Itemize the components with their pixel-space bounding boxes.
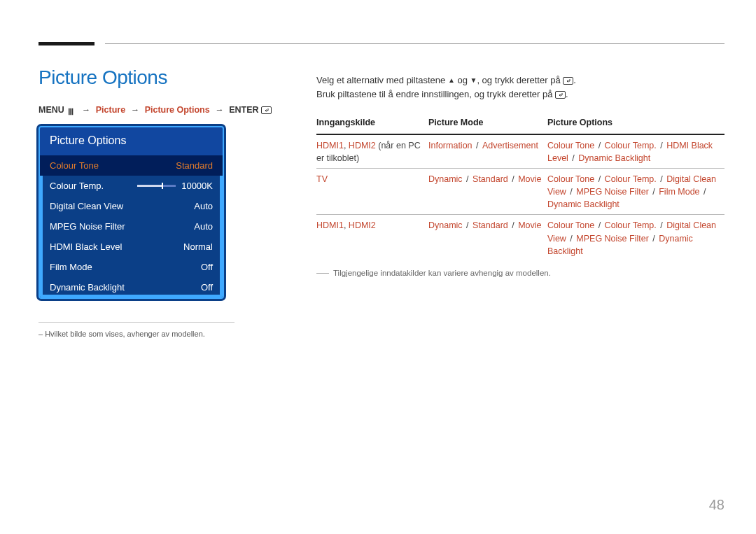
page-number: 48 xyxy=(709,497,724,513)
separator: / xyxy=(658,174,665,184)
instr-text: og xyxy=(455,75,470,85)
separator: / xyxy=(474,141,481,150)
table-rule xyxy=(316,134,724,135)
col-header-options: Picture Options xyxy=(547,116,724,129)
mode-name: Information xyxy=(428,141,472,150)
osd-row-label: Digital Clean View xyxy=(50,201,123,211)
separator: / xyxy=(596,220,603,230)
separator: / xyxy=(658,141,665,150)
option-name: Colour Temp. xyxy=(605,141,657,150)
table-rule xyxy=(316,168,724,169)
osd-row[interactable]: Digital Clean ViewAuto xyxy=(40,196,223,216)
osd-row[interactable]: HDMI Black LevelNormal xyxy=(40,237,223,257)
compat-table: Inngangskilde Picture Mode Picture Optio… xyxy=(316,116,724,279)
mode-name: Dynamic xyxy=(428,174,463,184)
cell-picture-options: Colour Tone / Colour Temp. / HDMI Black … xyxy=(547,139,724,164)
osd-row-value: Auto xyxy=(194,201,213,211)
breadcrumb-picture: Picture xyxy=(96,105,125,115)
mode-name: Movie xyxy=(518,174,541,184)
osd-row-value: Normal xyxy=(183,241,213,252)
footnote-dash-icon xyxy=(316,273,329,279)
table-row: HDMI1, HDMI2 (når en PC er tilkoblet)Inf… xyxy=(316,139,724,164)
osd-row[interactable]: MPEG Noise FilterAuto xyxy=(40,216,223,237)
osd-row[interactable]: Colour ToneStandard xyxy=(40,155,223,176)
instr-text: . xyxy=(573,75,576,85)
separator: / xyxy=(650,187,657,197)
osd-panel: Picture Options Colour ToneStandardColou… xyxy=(38,126,224,299)
osd-row-value: 10000K xyxy=(137,181,213,191)
option-name: MPEG Noise Filter xyxy=(576,187,649,197)
osd-row-label: Colour Temp. xyxy=(50,181,104,191)
table-row: TVDynamic / Standard / MovieColour Tone … xyxy=(316,173,724,211)
table-row: HDMI1, HDMI2Dynamic / Standard / MovieCo… xyxy=(316,219,724,257)
menu-grid-icon xyxy=(68,107,76,114)
separator: / xyxy=(650,234,657,244)
instr-text: , og trykk deretter på xyxy=(477,75,563,85)
separator: / xyxy=(568,187,575,197)
separator: / xyxy=(570,153,577,163)
table-header-row: Inngangskilde Picture Mode Picture Optio… xyxy=(316,116,724,134)
separator: / xyxy=(596,141,603,150)
option-name: MPEG Noise Filter xyxy=(576,234,649,244)
slider-track[interactable] xyxy=(137,185,176,187)
osd-row-value-text: 10000K xyxy=(181,181,213,191)
breadcrumb-picture-options: Picture Options xyxy=(145,105,210,115)
osd-row[interactable]: Film ModeOff xyxy=(40,257,223,277)
cell-input-source: TV xyxy=(316,173,428,211)
mode-name: Movie xyxy=(518,220,541,230)
source-name: HDMI2 xyxy=(349,141,376,150)
table-rule xyxy=(316,214,724,215)
separator: / xyxy=(510,220,517,230)
enter-icon xyxy=(563,75,573,85)
osd-row-label: Dynamic Backlight xyxy=(50,282,125,293)
instruction-line-1: Velg et alternativ med piltastene ▲ og ▼… xyxy=(316,73,724,87)
page-title: Picture Options xyxy=(38,66,167,89)
source-name: HDMI2 xyxy=(349,220,376,230)
separator: / xyxy=(464,174,471,184)
breadcrumb-menu: MENU xyxy=(38,105,64,115)
table-footnote: Tilgjengelige inndatakilder kan variere … xyxy=(316,267,724,279)
osd-row-label: Colour Tone xyxy=(50,160,99,171)
option-name: Colour Temp. xyxy=(605,220,657,230)
osd-row-value: Off xyxy=(201,262,213,272)
mode-name: Standard xyxy=(472,220,508,230)
instr-text: . xyxy=(566,89,568,99)
separator: / xyxy=(658,220,665,230)
source-name: TV xyxy=(316,174,328,184)
separator: / xyxy=(701,187,706,197)
option-name: Colour Temp. xyxy=(605,174,657,184)
option-name: Colour Tone xyxy=(547,220,594,230)
osd-row[interactable]: Dynamic BacklightOff xyxy=(40,277,223,297)
option-name: Dynamic Backlight xyxy=(547,199,620,209)
source-name: HDMI1 xyxy=(316,220,344,230)
instr-text: Bruk piltastene til å endre innstillinge… xyxy=(316,89,555,99)
source-name: HDMI1 xyxy=(316,141,344,150)
cell-input-source: HDMI1, HDMI2 xyxy=(316,219,428,257)
separator: / xyxy=(464,220,471,230)
enter-icon xyxy=(261,105,272,115)
osd-row-value: Standard xyxy=(176,160,213,171)
osd-row[interactable]: Colour Temp.10000K xyxy=(40,176,223,196)
cell-input-source: HDMI1, HDMI2 (når en PC er tilkoblet) xyxy=(316,139,428,164)
slider-knob-icon xyxy=(162,183,163,189)
up-triangle-icon: ▲ xyxy=(448,75,455,85)
down-triangle-icon: ▼ xyxy=(470,75,477,85)
osd-row-value: Off xyxy=(201,282,213,293)
instruction-line-2: Bruk piltastene til å endre innstillinge… xyxy=(316,87,724,101)
header-divider xyxy=(105,43,724,44)
cell-picture-mode: Dynamic / Standard / Movie xyxy=(428,173,547,211)
separator: , xyxy=(344,220,349,230)
option-name: Colour Tone xyxy=(547,174,594,184)
arrow-icon: → xyxy=(131,105,140,115)
osd-footnote: – Hvilket bilde som vises, avhenger av m… xyxy=(38,322,234,338)
separator: , xyxy=(344,141,349,150)
osd-row-value: Auto xyxy=(194,221,213,232)
header-accent-bar xyxy=(38,42,94,45)
osd-row-label: MPEG Noise Filter xyxy=(50,221,125,232)
option-name: Colour Tone xyxy=(547,141,594,150)
footnote-text: Tilgjengelige inndatakilder kan variere … xyxy=(333,267,551,279)
cell-picture-mode: Dynamic / Standard / Movie xyxy=(428,219,547,257)
cell-picture-mode: Information / Advertisement xyxy=(428,139,547,164)
arrow-icon: → xyxy=(82,105,91,115)
mode-name: Dynamic xyxy=(428,220,463,230)
